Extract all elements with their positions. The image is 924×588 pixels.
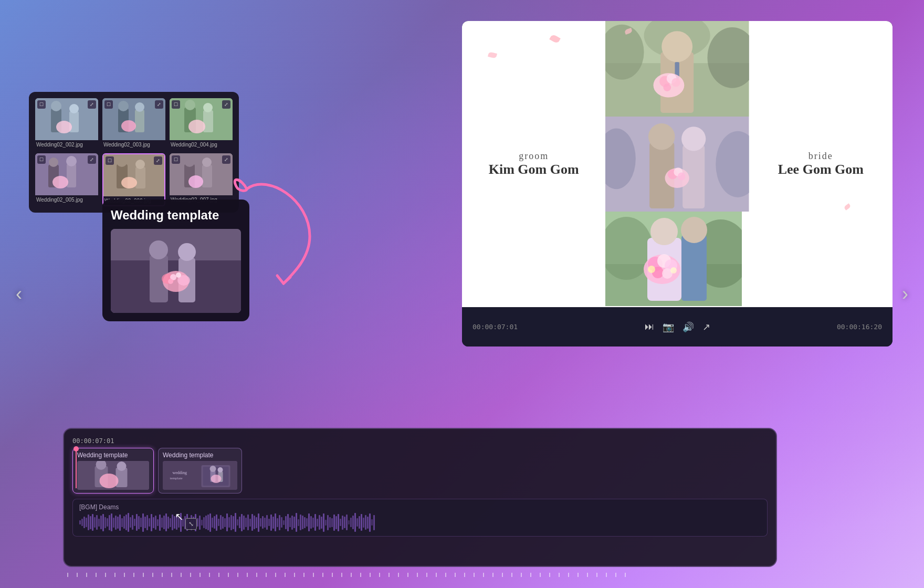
- tick-56: [587, 573, 588, 577]
- waveform-bar: [308, 513, 310, 531]
- waveform-bar: [266, 515, 268, 530]
- waveform-bar: [119, 514, 121, 531]
- waveform-bar: [197, 518, 198, 527]
- timeline-tracks: 00:00:07:01 Wedding template: [72, 437, 768, 558]
- waveform-bar: [338, 514, 339, 531]
- waveform-bar: [132, 515, 133, 530]
- waveform-bar: [81, 519, 83, 526]
- tick-3: [86, 573, 87, 577]
- volume-button[interactable]: 🔊: [682, 321, 694, 333]
- waveform-bar: [260, 518, 261, 527]
- svg-point-89: [648, 266, 655, 273]
- svg-point-80: [681, 217, 707, 243]
- screenshot-button[interactable]: 📷: [663, 321, 674, 333]
- photo-slot-2: [605, 117, 749, 212]
- nav-left-button[interactable]: ‹: [16, 283, 22, 305]
- monitor-time-right: 00:00:16:20: [837, 323, 882, 331]
- waveform-bar: [233, 516, 234, 529]
- waveform-bar: [249, 519, 251, 527]
- waveform-bar: [79, 520, 81, 524]
- svg-rect-27: [135, 167, 145, 188]
- tick-8: [133, 573, 134, 577]
- waveform-bar: [323, 513, 324, 532]
- waveform-bar: [92, 514, 93, 531]
- waveform-bar: [149, 518, 150, 527]
- svg-point-17: [188, 120, 205, 133]
- waveform-bar: [321, 517, 322, 529]
- tick-2: [77, 573, 78, 577]
- waveform-bar: [367, 517, 369, 529]
- svg-point-14: [185, 100, 195, 110]
- media-checkbox-6: ☐: [172, 155, 180, 164]
- media-item-4[interactable]: ☐ ⤢ Wedding02_005.jpg: [35, 153, 98, 206]
- tick-14: [190, 573, 191, 577]
- media-item-5[interactable]: ☐ ⤢ Wedding02_006.jpg: [102, 153, 165, 206]
- svg-point-11: [121, 120, 136, 132]
- clip-2-thumbnail: wedding template: [163, 461, 237, 490]
- waveform-bar: [283, 520, 285, 525]
- tick-4: [96, 573, 97, 577]
- tick-25: [294, 573, 295, 577]
- waveform-bar: [279, 515, 280, 530]
- media-checkbox-1: ☐: [37, 100, 46, 109]
- media-item-2[interactable]: ☐ ⤢ Wedding02_003.jpg: [102, 98, 165, 149]
- resize-icon: ⤡: [185, 518, 197, 530]
- waveform-bar: [104, 517, 106, 528]
- tick-31: [351, 573, 352, 577]
- waveform-bar: [201, 520, 203, 526]
- waveform-bar: [340, 519, 341, 526]
- media-filename-2: Wedding02_003.jpg: [102, 140, 165, 149]
- tick-60: [625, 573, 626, 577]
- waveform-bar: [239, 517, 240, 528]
- waveform-bar: [365, 515, 366, 530]
- waveform-bar: [291, 516, 293, 530]
- tick-36: [398, 573, 399, 577]
- tick-51: [540, 573, 541, 577]
- tick-40: [436, 573, 437, 577]
- waveform-bar: [207, 514, 209, 530]
- timeline-clip-2[interactable]: Wedding template wedding template: [158, 448, 242, 494]
- nav-right-button[interactable]: ›: [902, 283, 908, 305]
- media-expand-2: ⤢: [155, 100, 163, 109]
- waveform-bar: [96, 515, 98, 530]
- waveform-bar: [214, 516, 215, 529]
- waveform-bar: [125, 514, 127, 530]
- waveform-bar: [230, 515, 232, 530]
- tick-19: [237, 573, 238, 577]
- waveform-bar: [333, 514, 335, 531]
- audio-label: [BGM] Deams: [79, 503, 761, 511]
- waveform-bar: [361, 514, 362, 531]
- tick-6: [114, 573, 116, 577]
- svg-point-95: [117, 461, 127, 471]
- waveform-bar: [98, 519, 100, 527]
- tick-23: [275, 573, 276, 577]
- play-to-end-button[interactable]: ⏭: [645, 321, 654, 332]
- svg-point-20: [49, 158, 58, 167]
- waveform-bar: [346, 514, 348, 530]
- media-expand-4: ⤢: [88, 155, 96, 164]
- photo-slot-3: [605, 212, 749, 307]
- waveform-bar: [159, 514, 161, 531]
- media-thumb-3: ☐ ⤢: [170, 98, 233, 140]
- waveform-bar: [130, 517, 131, 528]
- waveform-bar: [111, 513, 112, 531]
- waveform-bar: [128, 513, 129, 532]
- waveform-bar: [121, 518, 123, 527]
- tick-55: [578, 573, 579, 577]
- waveform-bar: [300, 514, 301, 530]
- timeline-clip-1[interactable]: Wedding template: [72, 448, 154, 494]
- svg-point-46: [176, 272, 181, 278]
- waveform-bar: [312, 518, 314, 528]
- media-panel: ☐ ⤢ Wedding02_002.jpg ☐ ⤢: [29, 92, 239, 213]
- waveform-bar: [172, 514, 173, 530]
- svg-point-61: [664, 83, 671, 91]
- media-item-1[interactable]: ☐ ⤢ Wedding02_002.jpg: [35, 98, 98, 149]
- svg-point-16: [203, 103, 213, 112]
- tick-20: [247, 573, 248, 577]
- waveform-bar: [258, 513, 259, 532]
- media-item-6[interactable]: ☐ ⤢ Wedding02_007.jpg: [170, 153, 233, 206]
- media-item-3[interactable]: ☐ ⤢ Wedding02_004.jpg: [170, 98, 233, 149]
- waveform-bar: [140, 518, 142, 527]
- groom-name: Kim Gom Gom: [489, 162, 579, 177]
- export-button[interactable]: ↗: [702, 321, 710, 333]
